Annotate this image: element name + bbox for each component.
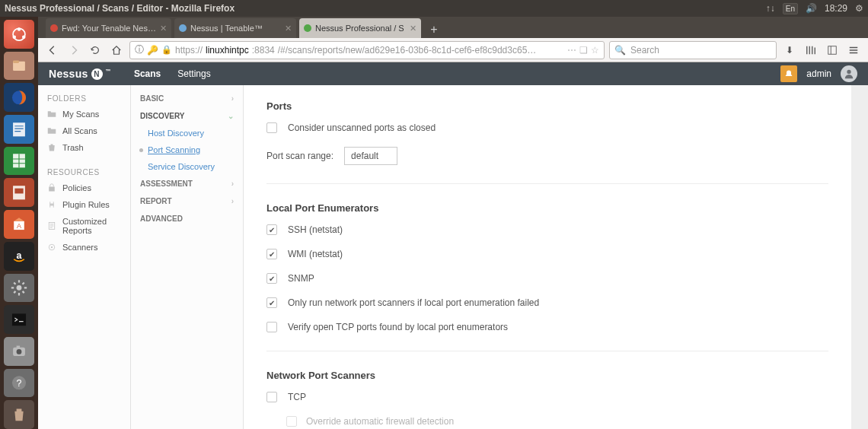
checkbox-snmp[interactable] bbox=[266, 273, 277, 284]
browser-tab-2[interactable]: Nessus Professional / S✕ bbox=[299, 18, 421, 38]
info-icon: ⓘ bbox=[135, 43, 144, 56]
username[interactable]: admin bbox=[806, 68, 831, 79]
subnav-basic[interactable]: BASIC› bbox=[131, 90, 243, 107]
folders-heading: FOLDERS bbox=[38, 91, 130, 106]
subnav-service-discovery[interactable]: Service Discovery bbox=[131, 158, 243, 175]
section-local-enum: Local Port Enumerators bbox=[266, 202, 828, 214]
svg-rect-10 bbox=[14, 189, 23, 194]
brand-badge-icon: N bbox=[91, 68, 103, 80]
browser-tab-0[interactable]: Fwd: Your Tenable Nes…✕ bbox=[46, 18, 171, 38]
new-tab-button[interactable]: + bbox=[424, 21, 444, 38]
tab-title: Fwd: Your Tenable Nes… bbox=[62, 24, 156, 33]
search-bar[interactable]: 🔍 Search bbox=[609, 41, 777, 59]
launcher-calc[interactable] bbox=[4, 147, 34, 176]
launcher-software[interactable]: A bbox=[4, 210, 34, 239]
primary-nav: Scans Settings bbox=[134, 68, 211, 79]
sidebar-all-scans[interactable]: All Scans bbox=[38, 122, 130, 139]
checkbox-ssh[interactable] bbox=[266, 224, 277, 235]
right-rail bbox=[851, 85, 868, 429]
checkbox-consider-closed[interactable] bbox=[266, 122, 277, 133]
launcher-impress[interactable] bbox=[4, 178, 34, 207]
launcher-terminal[interactable] bbox=[4, 305, 34, 334]
subnav-port-scanning[interactable]: Port Scanning bbox=[131, 141, 243, 158]
notification-bell-icon[interactable] bbox=[780, 65, 797, 82]
launcher-trash[interactable] bbox=[4, 400, 34, 429]
sidebar-scanners[interactable]: Scanners bbox=[38, 239, 130, 256]
keyboard-lang[interactable]: En bbox=[783, 3, 798, 14]
sidebar-trash[interactable]: Trash bbox=[38, 139, 130, 156]
user-avatar-icon[interactable] bbox=[841, 65, 857, 82]
checkbox-wmi[interactable] bbox=[266, 249, 277, 259]
page-actions-icon[interactable]: ⋯ bbox=[567, 45, 576, 56]
svg-rect-21 bbox=[828, 46, 837, 54]
chevron-down-icon: ⌄ bbox=[228, 112, 234, 120]
svg-point-2 bbox=[13, 35, 17, 39]
chevron-right-icon: › bbox=[231, 180, 234, 188]
reader-icon[interactable]: ❏ bbox=[579, 45, 588, 56]
sidebar-plugin-rules[interactable]: Plugin Rules bbox=[38, 196, 130, 213]
launcher-firefox[interactable] bbox=[4, 83, 34, 112]
input-port-range[interactable]: default bbox=[344, 147, 397, 165]
nav-settings[interactable]: Settings bbox=[177, 68, 210, 79]
os-menubar: Nessus Professional / Scans / Editor - M… bbox=[0, 0, 868, 17]
subnav-report[interactable]: REPORT› bbox=[131, 192, 243, 210]
window-title: Nessus Professional / Scans / Editor - M… bbox=[5, 3, 235, 14]
network-icon[interactable]: ↑↓ bbox=[766, 3, 775, 14]
hamburger-icon[interactable] bbox=[845, 42, 862, 59]
downloads-icon[interactable]: ⬇ bbox=[781, 42, 798, 59]
launcher-writer[interactable] bbox=[4, 115, 34, 144]
svg-rect-24 bbox=[49, 187, 55, 192]
close-tab-icon[interactable]: ✕ bbox=[160, 24, 167, 33]
subnav-assessment[interactable]: ASSESSMENT› bbox=[131, 175, 243, 192]
tab-title: Nessus | Tenable™ bbox=[190, 24, 263, 33]
permission-icon: 🔑 bbox=[147, 45, 158, 56]
svg-point-17 bbox=[17, 349, 22, 354]
settings-subnav: BASIC› DISCOVERY⌄ Host Discovery Port Sc… bbox=[131, 85, 244, 429]
svg-rect-18 bbox=[17, 346, 21, 348]
sidebar-custom-reports[interactable]: Customized Reports bbox=[38, 213, 130, 239]
checkbox-tcp[interactable] bbox=[266, 392, 277, 402]
checkbox-override-fw[interactable] bbox=[286, 416, 297, 427]
back-button[interactable] bbox=[44, 42, 61, 59]
launcher-amazon[interactable]: a bbox=[4, 242, 34, 271]
browser-tab-1[interactable]: Nessus | Tenable™✕ bbox=[174, 18, 296, 38]
launcher-screenshot[interactable] bbox=[4, 337, 34, 366]
launcher-dash[interactable] bbox=[4, 20, 34, 49]
close-tab-icon[interactable]: ✕ bbox=[410, 24, 416, 33]
favicon-icon bbox=[304, 24, 311, 32]
system-tray: ↑↓ En 🔊 18:29 ⚙ bbox=[766, 3, 863, 14]
bookmark-icon[interactable]: ☆ bbox=[591, 45, 599, 56]
search-icon: 🔍 bbox=[614, 45, 626, 56]
clock[interactable]: 18:29 bbox=[825, 3, 847, 14]
svg-rect-7 bbox=[13, 122, 25, 136]
sidebar-icon[interactable] bbox=[824, 42, 841, 59]
nessus-logo[interactable]: Nessus N ™ bbox=[49, 68, 111, 80]
launcher-settings[interactable] bbox=[4, 274, 34, 303]
sidebar-my-scans[interactable]: My Scans bbox=[38, 106, 130, 122]
subnav-discovery[interactable]: DISCOVERY⌄ bbox=[131, 107, 243, 125]
sidebar-policies[interactable]: Policies bbox=[38, 180, 130, 196]
divider bbox=[266, 351, 828, 351]
launcher-help[interactable]: ? bbox=[4, 369, 34, 398]
reload-button[interactable] bbox=[87, 42, 104, 59]
subnav-host-discovery[interactable]: Host Discovery bbox=[131, 125, 243, 141]
nav-scans[interactable]: Scans bbox=[134, 68, 161, 79]
address-bar[interactable]: ⓘ 🔑 🔒 https:// linuxhintpc :8834 /#/scan… bbox=[129, 41, 605, 59]
power-icon[interactable]: ⚙ bbox=[855, 3, 863, 14]
nessus-app: Nessus N ™ Scans Settings admin FOLDERS … bbox=[38, 62, 868, 429]
folders-sidebar: FOLDERS My Scans All Scans Trash RESOURC… bbox=[38, 85, 131, 429]
label-port-range: Port scan range: bbox=[266, 151, 333, 161]
launcher-files[interactable] bbox=[4, 52, 34, 81]
checkbox-only-run[interactable] bbox=[266, 297, 277, 308]
browser-tabstrip: Fwd: Your Tenable Nes…✕Nessus | Tenable™… bbox=[38, 17, 868, 38]
subnav-advanced[interactable]: ADVANCED bbox=[131, 210, 243, 227]
forward-button[interactable] bbox=[65, 42, 82, 59]
svg-text:a: a bbox=[17, 250, 22, 261]
svg-point-1 bbox=[18, 27, 21, 31]
section-ports: Ports bbox=[266, 100, 828, 112]
close-tab-icon[interactable]: ✕ bbox=[285, 24, 292, 33]
library-icon[interactable] bbox=[803, 42, 819, 59]
checkbox-verify[interactable] bbox=[266, 322, 277, 332]
sound-icon[interactable]: 🔊 bbox=[806, 3, 817, 14]
home-button[interactable] bbox=[108, 42, 125, 59]
